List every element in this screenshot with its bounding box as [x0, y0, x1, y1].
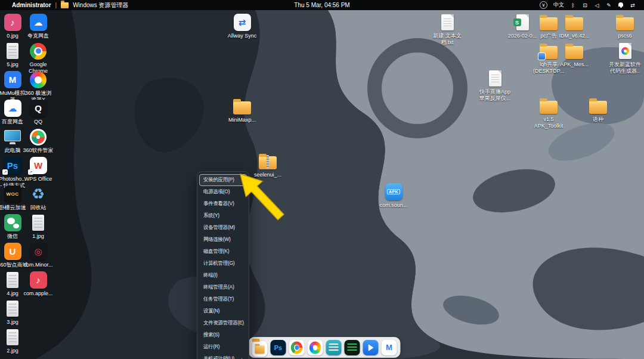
- com-apple-app[interactable]: ♪com.apple...: [21, 271, 55, 297]
- imgfile-icon: [0, 299, 30, 318]
- com-minor-app[interactable]: ◎com.Minor...: [21, 242, 55, 268]
- folder-icon: [581, 97, 615, 115]
- icon-label: 夸克网盘: [21, 33, 55, 39]
- menu-item[interactable]: 运行(R): [199, 341, 247, 353]
- icon-label: seelenui_...: [250, 172, 285, 178]
- dock-photoshop[interactable]: Ps: [271, 340, 286, 355]
- icon-label: 回收站: [21, 205, 55, 211]
- color-doc[interactable]: 开发新蓝软件代码生成器..: [608, 42, 642, 75]
- kuaishou-doc[interactable]: 快手直播App苹果反屋仅...: [478, 69, 512, 102]
- menu-item[interactable]: 文件资源管理器(E): [199, 317, 247, 329]
- active-app-title: Windows 资源管理器: [73, 1, 128, 10]
- folder-icon: [557, 42, 592, 60]
- apk-com-soun[interactable]: APKcom.soun...: [376, 182, 411, 209]
- menu-item[interactable]: 终端(I): [199, 270, 247, 281]
- volume-icon[interactable]: ◁: [594, 2, 600, 8]
- dock-notepad[interactable]: [326, 340, 342, 355]
- taskbar: Administrator | Windows 资源管理器 Thu 5 Mar,…: [0, 0, 644, 10]
- folder-misc[interactable]: 语种: [581, 97, 615, 123]
- dock-chrome[interactable]: [289, 340, 305, 355]
- recycle-bin[interactable]: ♻回收站: [21, 185, 55, 211]
- icon-label: pscs6: [608, 33, 642, 39]
- menu-item[interactable]: 电源选项(O): [199, 186, 247, 198]
- app-icon: ♪: [21, 271, 55, 289]
- folder-icon: [608, 13, 642, 32]
- explorer-folder-icon: [61, 2, 69, 8]
- menu-item[interactable]: 磁盘管理(K): [199, 246, 247, 258]
- icon-label: com.soun...: [376, 202, 411, 209]
- icon-label: QQ: [21, 119, 55, 125]
- menu-item[interactable]: 计算机管理(G): [199, 258, 247, 270]
- input-method-indicator[interactable]: 中文: [553, 1, 564, 9]
- quark-netdisk[interactable]: ☁夸克网盘: [21, 13, 55, 39]
- folder-icon: [225, 97, 259, 116]
- taskbar-clock[interactable]: Thu 5 Mar, 04:56 PM: [294, 2, 349, 8]
- icon-label: MiniMaxp...: [225, 117, 259, 123]
- folder-icon: [531, 97, 566, 115]
- 360-speed-browser-x[interactable]: 360 极速浏览器X: [21, 70, 55, 103]
- dock-360-browser[interactable]: [308, 340, 323, 355]
- txt-icon: [478, 69, 512, 88]
- system-tray: ∨中文ᛒ⊡◁✎⇄: [540, 1, 636, 9]
- app-icon: ⇄: [225, 13, 259, 32]
- pen-icon[interactable]: ✎: [606, 2, 612, 8]
- google-chrome[interactable]: GoogleChrome: [21, 42, 55, 75]
- icon-label: 1.jpg: [21, 233, 55, 240]
- file-1-jpg[interactable]: 1.jpg: [21, 213, 55, 240]
- taskbar-separator: |: [55, 2, 57, 8]
- file-2-jpg[interactable]: 2.jpg: [0, 328, 30, 354]
- wps-office[interactable]: W↗WPS Office: [21, 156, 55, 182]
- dock-terminal[interactable]: [345, 340, 360, 355]
- menu-item[interactable]: 安装的应用(P): [199, 174, 247, 186]
- taskbar-left: Administrator | Windows 资源管理器: [12, 1, 129, 10]
- folder-apk-toolkit[interactable]: v1.5APK_Toolkit: [531, 97, 566, 129]
- icon-label: 快手直播App苹果反屋仅...: [478, 89, 512, 102]
- desktop[interactable]: Administrator | Windows 资源管理器 Thu 5 Mar,…: [0, 0, 644, 359]
- imgfile-icon: [21, 213, 55, 232]
- dock-blue-app[interactable]: [363, 340, 379, 355]
- display-icon[interactable]: ⊡: [582, 2, 588, 8]
- pinwheel-icon: [21, 128, 55, 146]
- folder-minimax[interactable]: MiniMaxp...: [225, 97, 259, 123]
- folder-apk-mes[interactable]: APK_Mes...: [557, 42, 592, 68]
- menu-item[interactable]: 事件查看器(V): [199, 198, 247, 210]
- folder-idm[interactable]: IDM_v6.42...: [557, 13, 592, 39]
- menu-item[interactable]: 设备管理器(M): [199, 222, 247, 234]
- menu-item[interactable]: 关机或注销(U)›: [199, 353, 247, 359]
- swirl-icon: [21, 70, 55, 89]
- browser-swirl-icon: [309, 341, 321, 354]
- icon-label: com.apple...: [21, 290, 55, 297]
- qq[interactable]: QQQ: [21, 99, 55, 125]
- app-icon: W↗: [21, 156, 55, 175]
- new-text-document[interactable]: 新建 文本文档.txt: [430, 13, 465, 46]
- icon-label: 新建 文本文档.txt: [430, 33, 465, 46]
- icon-label: 语种: [581, 116, 615, 123]
- file-3-jpg[interactable]: 3.jpg: [0, 299, 30, 326]
- menu-item[interactable]: 终端管理员(A): [199, 281, 247, 293]
- network-share-icon[interactable]: ⇄: [630, 2, 636, 8]
- colorfile-icon: [608, 42, 642, 60]
- app-icon: ☁: [21, 13, 55, 32]
- menu-item[interactable]: 网络连接(W): [199, 234, 247, 246]
- notification-bell-icon[interactable]: [618, 2, 624, 8]
- dock-mumu[interactable]: M: [382, 340, 397, 355]
- apk-icon: APK: [376, 182, 411, 201]
- 360-software-manager[interactable]: 360软件管家: [21, 128, 55, 154]
- bluetooth-icon[interactable]: ᛒ: [570, 2, 576, 8]
- allway-sync[interactable]: ⇄Allway Sync: [225, 13, 259, 39]
- icon-label: WPS Office: [21, 176, 55, 182]
- icon-label: 360软件管家: [21, 147, 55, 154]
- menu-item[interactable]: 设置(N): [199, 305, 247, 317]
- recycle-icon: ♻: [21, 185, 55, 203]
- zip-seelenui[interactable]: seelenui_...: [250, 152, 285, 178]
- shortcut-arrow-icon: ↗: [2, 169, 8, 175]
- dock-file-explorer[interactable]: [252, 341, 268, 357]
- icon-label: APK_Mes...: [557, 61, 592, 68]
- icon-label: 3.jpg: [0, 319, 30, 326]
- menu-item[interactable]: 任务管理器(T): [199, 293, 247, 305]
- hidden-icons-chevron-icon[interactable]: ∨: [540, 1, 547, 9]
- menu-item[interactable]: 系统(Y): [199, 210, 247, 222]
- folder-pscs6[interactable]: pscs6: [608, 13, 642, 39]
- menu-item[interactable]: 搜索(S): [199, 329, 247, 341]
- zipfolder-icon: [250, 152, 285, 171]
